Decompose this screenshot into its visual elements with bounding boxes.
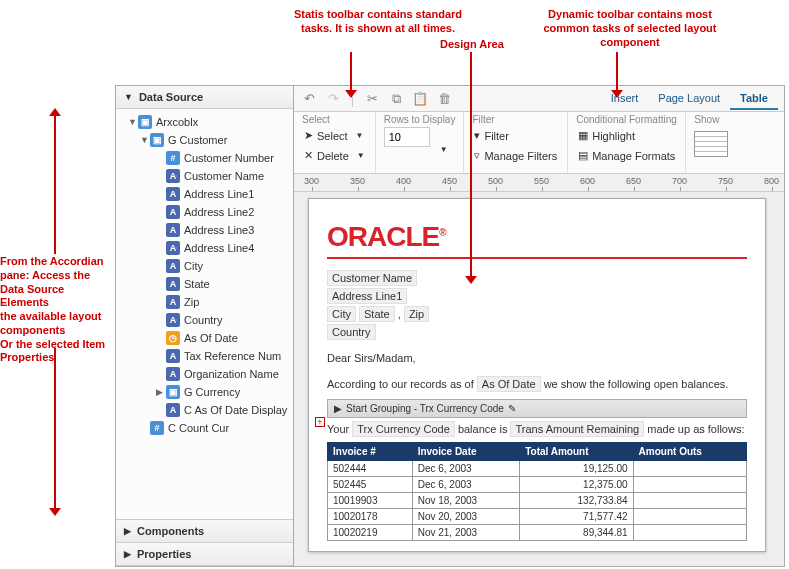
cut-button[interactable]: ✂ [363, 90, 381, 108]
field-type-icon: A [166, 277, 180, 291]
tree-field[interactable]: #C Count Cur [118, 419, 293, 437]
field-type-icon: ◷ [166, 331, 180, 345]
field-as-of-date[interactable]: As Of Date [477, 376, 541, 392]
paste-button[interactable]: 📋 [411, 90, 429, 108]
field-type-icon: A [166, 349, 180, 363]
ribbon-group-filter: Filter ▾Filter ▿Manage Filters [464, 112, 568, 173]
tree-field[interactable]: AAddress Line4 [118, 239, 293, 257]
ribbon-group-rows: Rows to Display ▼ [376, 112, 465, 173]
manage-formats-button[interactable]: ▤Manage Formats [576, 147, 677, 164]
report-page[interactable]: ORACLE® Customer Name Address Line1 City… [308, 198, 766, 552]
field-customer-name[interactable]: Customer Name [327, 270, 417, 286]
field-trans-remaining[interactable]: Trans Amount Remaining [510, 421, 644, 437]
copy-button[interactable]: ⧉ [387, 90, 405, 108]
tree-field[interactable]: AAddress Line2 [118, 203, 293, 221]
chevron-down-icon: ▼ [124, 92, 133, 102]
data-source-tree: ▼▣Arxcoblx ▼▣G Customer #Customer Number… [116, 109, 293, 519]
salutation: Dear Sirs/Madam, [327, 351, 747, 365]
text-field-icon: A [166, 403, 180, 417]
field-type-icon: A [166, 367, 180, 381]
balance-line: Your Trx Currency Code balance is Trans … [327, 418, 747, 440]
tab-table[interactable]: Table [730, 88, 778, 110]
annotation-static-toolbar: Statis toolbar contains standard tasks. … [288, 8, 468, 36]
tree-field[interactable]: ACity [118, 257, 293, 275]
tab-insert[interactable]: Insert [601, 88, 649, 110]
tree-field[interactable]: ATax Reference Num [118, 347, 293, 365]
field-zip[interactable]: Zip [404, 306, 429, 322]
tree-field[interactable]: AAddress Line3 [118, 221, 293, 239]
undo-button[interactable]: ↶ [300, 90, 318, 108]
table-row[interactable]: 502444Dec 6, 200319,125.00 [328, 461, 747, 477]
chevron-down-icon: ▼ [356, 131, 364, 140]
field-state[interactable]: State [359, 306, 395, 322]
invoice-table[interactable]: Invoice #Invoice DateTotal AmountAmount … [327, 442, 747, 541]
tree-root[interactable]: ▼▣Arxcoblx [118, 113, 293, 131]
table-header[interactable]: Total Amount [520, 443, 633, 461]
table-row[interactable]: 502445Dec 6, 200312,375.00 [328, 477, 747, 493]
field-city[interactable]: City [327, 306, 356, 322]
main-area: ↶ ↷ ✂ ⧉ 📋 🗑 Insert Page Layout Table Sel… [294, 86, 784, 566]
ribbon-group-select: Select ➤Select▼ ✕Delete▼ [294, 112, 376, 173]
redo-button[interactable]: ↷ [324, 90, 342, 108]
pencil-icon[interactable]: ✎ [508, 403, 516, 414]
accordion-panel: ▼ Data Source ▼▣Arxcoblx ▼▣G Customer #C… [116, 86, 294, 566]
table-header[interactable]: Amount Outs [633, 443, 746, 461]
tree-field[interactable]: AAddress Line1 [118, 185, 293, 203]
expand-group-button[interactable]: + [315, 417, 325, 427]
tree-field[interactable]: AC As Of Date Display [118, 401, 293, 419]
accordion-label: Components [137, 525, 204, 537]
field-address1[interactable]: Address Line1 [327, 288, 407, 304]
tree-field[interactable]: #Customer Number [118, 149, 293, 167]
highlight-button[interactable]: ▦Highlight [576, 127, 677, 144]
folder-icon: ▣ [166, 385, 180, 399]
grid-show-button[interactable] [694, 131, 728, 157]
delete-button[interactable]: 🗑 [435, 90, 453, 108]
accordion-data-source[interactable]: ▼ Data Source [116, 86, 293, 109]
field-type-icon: A [166, 295, 180, 309]
tree-field[interactable]: ACountry [118, 311, 293, 329]
chevron-right-icon: ▶ [334, 403, 342, 414]
dynamic-ribbon: Select ➤Select▼ ✕Delete▼ Rows to Display… [294, 112, 784, 174]
design-canvas[interactable]: ORACLE® Customer Name Address Line1 City… [294, 192, 784, 566]
chevron-right-icon: ▶ [124, 549, 131, 559]
table-row[interactable]: 10020178Nov 20, 200371,577.42 [328, 509, 747, 525]
field-type-icon: # [166, 151, 180, 165]
accordion-components[interactable]: ▶ Components [116, 519, 293, 543]
oracle-logo: ORACLE® [327, 221, 747, 259]
table-header[interactable]: Invoice Date [412, 443, 520, 461]
field-type-icon: A [166, 241, 180, 255]
rows-input[interactable] [384, 127, 430, 147]
table-row[interactable]: 10020219Nov 21, 200389,344.81 [328, 525, 747, 541]
chevron-right-icon: ▶ [124, 526, 131, 536]
tree-field[interactable]: AOrganization Name [118, 365, 293, 383]
table-row[interactable]: 10019903Nov 18, 2003132,733.84 [328, 493, 747, 509]
tab-page-layout[interactable]: Page Layout [648, 88, 730, 110]
funnel-icon: ▾ [474, 129, 480, 142]
manage-filters-button[interactable]: ▿Manage Filters [472, 147, 559, 164]
tree-field[interactable]: ◷As Of Date [118, 329, 293, 347]
filter-button[interactable]: ▾Filter [472, 127, 559, 144]
table-header[interactable]: Invoice # [328, 443, 413, 461]
chevron-down-icon[interactable]: ▼ [440, 145, 448, 154]
highlight-icon: ▦ [578, 129, 588, 142]
field-country[interactable]: Country [327, 324, 376, 340]
accordion-label: Properties [137, 548, 191, 560]
grouping-bar[interactable]: ▶ Start Grouping - Trx Currency Code ✎ [327, 399, 747, 418]
tab-bar: Insert Page Layout Table [601, 88, 778, 110]
accordion-label: Data Source [139, 91, 203, 103]
tree-field[interactable]: AState [118, 275, 293, 293]
accordion-properties[interactable]: ▶ Properties [116, 543, 293, 566]
field-type-icon: A [166, 259, 180, 273]
field-trx-code[interactable]: Trx Currency Code [352, 421, 455, 437]
delete-button[interactable]: ✕Delete▼ [302, 147, 367, 164]
horizontal-ruler: 300350400450500550600650700750800 [294, 174, 784, 192]
tree-group[interactable]: ▼▣G Customer [118, 131, 293, 149]
field-type-icon: A [166, 223, 180, 237]
field-type-icon: A [166, 313, 180, 327]
tree-field[interactable]: ACustomer Name [118, 167, 293, 185]
folder-icon: ▣ [150, 133, 164, 147]
select-button[interactable]: ➤Select▼ [302, 127, 367, 144]
tree-field[interactable]: AZip [118, 293, 293, 311]
x-icon: ✕ [304, 149, 313, 162]
tree-subgroup[interactable]: ▶▣G Currency [118, 383, 293, 401]
